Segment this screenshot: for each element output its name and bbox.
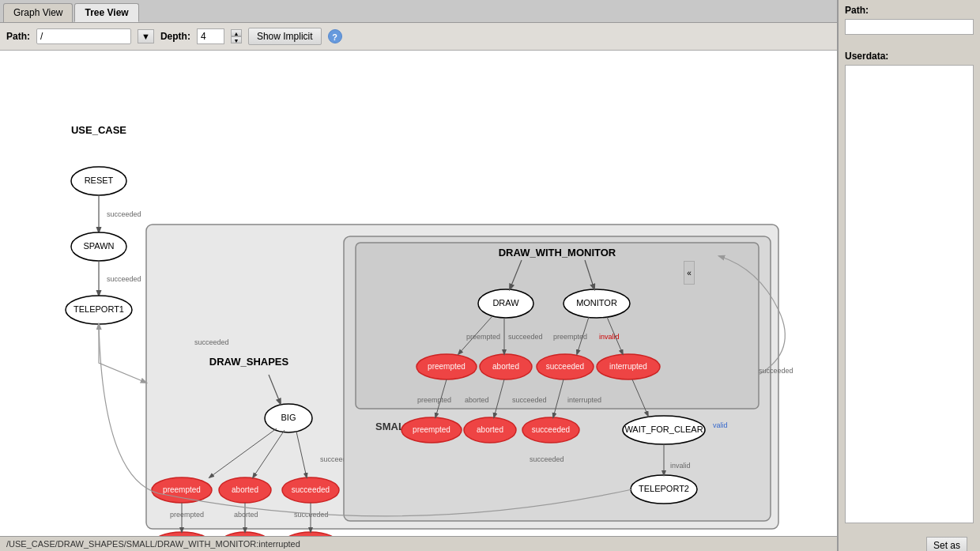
status-text: /USE_CASE/DRAW_SHAPES/SMALL/DRAW_WITH_MO… bbox=[6, 539, 300, 549]
dwm-succeeded-text: succeeded bbox=[546, 362, 584, 371]
tab-graph-view[interactable]: Graph View bbox=[3, 3, 73, 22]
right-userdata-label: Userdata: bbox=[845, 51, 974, 62]
show-implicit-button[interactable]: Show Implicit bbox=[248, 28, 322, 45]
tab-tree-view[interactable]: Tree View bbox=[74, 3, 138, 22]
dwm-preempted-text: preempted bbox=[428, 362, 466, 371]
bottom-aborted-label: aborted bbox=[234, 511, 258, 519]
draw-text: DRAW bbox=[492, 298, 519, 308]
depth-up-button[interactable]: ▲ bbox=[231, 29, 242, 36]
big-preempted-text: preempted bbox=[163, 485, 201, 494]
wait-valid-label: valid bbox=[713, 421, 728, 429]
teleport2-text: TELEPORT2 bbox=[639, 484, 689, 493]
collapse-panel-button[interactable]: « bbox=[684, 261, 695, 285]
right-panel: Path: Userdata: Set as bbox=[838, 0, 980, 551]
right-path-section: Path: bbox=[839, 0, 980, 46]
path-label: Path: bbox=[6, 31, 30, 42]
graph-svg: USE_CASE RESET succeeded SPAWN succeeded… bbox=[0, 51, 837, 536]
draw-with-monitor-label: DRAW_WITH_MONITOR bbox=[499, 247, 616, 259]
small-loop-succeeded-label: succeeded bbox=[530, 455, 564, 463]
small-preempted-label: preempted bbox=[417, 396, 451, 404]
big-text: BIG bbox=[281, 413, 296, 422]
bottom-aborted-node[interactable] bbox=[219, 532, 271, 536]
right-userdata-section: Userdata: bbox=[839, 46, 980, 530]
big-aborted-text: aborted bbox=[232, 485, 258, 494]
spawn-text: SPAWN bbox=[83, 241, 114, 251]
tab-bar: Graph View Tree View bbox=[0, 0, 837, 23]
draw-shapes-label: DRAW_SHAPES bbox=[209, 356, 289, 368]
small-interrupted-label: interrupted bbox=[567, 396, 601, 404]
depth-label: Depth: bbox=[160, 31, 190, 42]
set-as-button[interactable]: Set as bbox=[926, 537, 967, 551]
bottom-succeeded-node[interactable] bbox=[282, 532, 339, 536]
teleport1-succeeded-label: succeeded bbox=[194, 338, 229, 346]
main-container: Graph View Tree View Path: ▼ Depth: ▲ ▼ … bbox=[0, 0, 980, 551]
bottom-preempted-label: preempted bbox=[170, 511, 204, 519]
depth-down-button[interactable]: ▼ bbox=[231, 36, 242, 43]
right-succeeded-label: succeeded bbox=[759, 367, 793, 375]
bottom-preempted-node[interactable] bbox=[152, 532, 212, 536]
dwm-interrupted-text: interrupted bbox=[609, 362, 647, 371]
wfc-invalid-label: invalid bbox=[670, 462, 691, 470]
spawn-teleport1-label: succeeded bbox=[107, 275, 141, 283]
depth-spinner[interactable]: ▲ ▼ bbox=[231, 29, 242, 43]
status-bar: /USE_CASE/DRAW_SHAPES/SMALL/DRAW_WITH_MO… bbox=[0, 536, 837, 551]
path-dropdown-button[interactable]: ▼ bbox=[138, 29, 154, 43]
depth-input[interactable] bbox=[197, 28, 224, 44]
graph-area[interactable]: USE_CASE RESET succeeded SPAWN succeeded… bbox=[0, 51, 837, 536]
wait-for-clear-text: WAIT_FOR_CLEAR bbox=[624, 425, 703, 434]
draw-with-monitor-container bbox=[356, 243, 759, 409]
left-panel: Graph View Tree View Path: ▼ Depth: ▲ ▼ … bbox=[0, 0, 838, 551]
small-preempted-text: preempted bbox=[413, 425, 450, 434]
small-succeeded-text: succeeded bbox=[532, 425, 570, 434]
help-button[interactable]: ? bbox=[328, 29, 342, 43]
monitor-text: MONITOR bbox=[576, 298, 617, 308]
small-aborted-label: aborted bbox=[465, 396, 489, 404]
teleport1-drawshapes-edge bbox=[99, 323, 146, 383]
draw-succeeded-label: succeeded bbox=[508, 333, 543, 341]
use-case-label: USE_CASE bbox=[71, 124, 126, 136]
reset-spawn-label: succeeded bbox=[107, 210, 141, 218]
right-path-input[interactable] bbox=[845, 19, 974, 35]
big-succeeded-text: succeeded bbox=[292, 485, 330, 494]
right-path-label: Path: bbox=[845, 5, 974, 16]
small-succeeded-label: succeeded bbox=[512, 396, 547, 404]
reset-text: RESET bbox=[85, 175, 114, 185]
teleport1-text: TELEPORT1 bbox=[74, 304, 124, 314]
toolbar: Path: ▼ Depth: ▲ ▼ Show Implicit ? bbox=[0, 23, 837, 51]
right-userdata-textarea[interactable] bbox=[845, 65, 974, 523]
small-aborted-text: aborted bbox=[477, 425, 503, 434]
dwm-aborted-text: aborted bbox=[492, 362, 519, 371]
path-input[interactable] bbox=[36, 28, 131, 44]
